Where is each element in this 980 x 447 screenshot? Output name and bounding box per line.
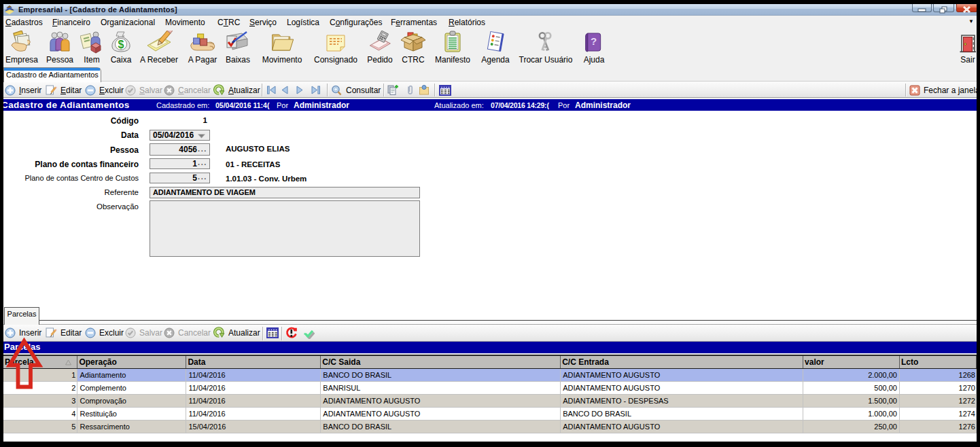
svg-text:$: $ bbox=[118, 39, 124, 50]
svg-text:?: ? bbox=[591, 35, 597, 47]
